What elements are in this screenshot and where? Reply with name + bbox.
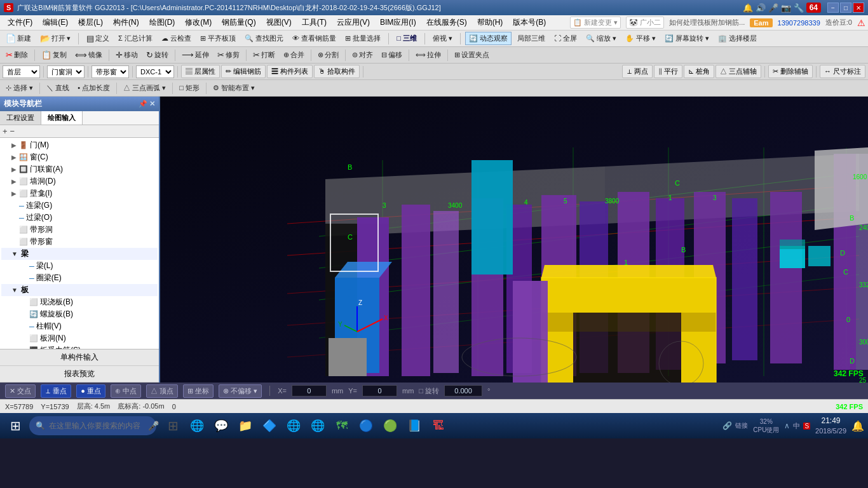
rotate-input[interactable] <box>444 385 482 396</box>
three-arc-button[interactable]: △ 三点画弧 ▾ <box>120 82 169 94</box>
snap-endpoint-button[interactable]: △ 顶点 <box>146 384 178 398</box>
minus-node-icon[interactable]: − <box>10 126 15 136</box>
menu-help[interactable]: 帮助(H) <box>472 16 508 29</box>
two-points-button[interactable]: ⊥ 两点 <box>622 65 653 78</box>
taskbar-app-7[interactable]: 📘 <box>404 416 424 436</box>
taskbar-app-file[interactable]: 📁 <box>235 416 255 436</box>
smart-place-button[interactable]: ⚙ 智能布置 ▾ <box>210 82 258 94</box>
taskbar-app-glodon[interactable]: 🏗 <box>428 416 449 436</box>
property-button[interactable]: ▤ 层属性 <box>181 65 220 78</box>
stretch-button[interactable]: ⟺ 拉伸 <box>412 49 444 61</box>
menu-modify[interactable]: 修改(M) <box>180 16 217 29</box>
snap-no-offset-button[interactable]: ⊗ 不偏移 ▾ <box>219 384 262 398</box>
taskbar-app-chat[interactable]: 💬 <box>211 416 231 436</box>
dim-button[interactable]: ↔ 尺寸标注 <box>820 65 865 78</box>
floor-select[interactable]: 首层 第二层 <box>3 65 40 78</box>
zoom-button[interactable]: 🔍 缩放 ▾ <box>583 32 620 44</box>
tree-item-spiral-slab[interactable]: 🔄螺旋板(B) <box>1 308 158 320</box>
tree-item-coupling-beam[interactable]: ─连梁(G) <box>1 200 158 212</box>
delete-button[interactable]: ✂删除 <box>3 49 31 61</box>
snap-center-button[interactable]: ● 重点 <box>76 384 105 398</box>
fullscreen-button[interactable]: ⛶ 全屏 <box>551 32 580 44</box>
window-select[interactable]: 门窗洞 <box>47 65 85 78</box>
speaker-icon[interactable]: 🔊 <box>756 3 766 13</box>
viewport[interactable]: B B B C C C 0 1 D D 3 3400 4 5 3800 1 3 … <box>160 97 868 383</box>
tab-project-settings[interactable]: 工程设置 <box>0 111 41 125</box>
break-button[interactable]: ✂打断 <box>250 49 278 61</box>
menu-view[interactable]: 视图(V) <box>261 16 297 29</box>
merge-button[interactable]: ⊕ 合并 <box>280 49 308 61</box>
split-button[interactable]: ⊗ 分割 <box>315 49 342 61</box>
tools-icon[interactable]: 🔧 <box>794 3 804 13</box>
y-coord-input[interactable] <box>362 385 397 396</box>
menu-draw[interactable]: 绘图(D) <box>144 16 180 29</box>
menu-file[interactable]: 文件(F) <box>3 16 37 29</box>
corner-button[interactable]: ⊾ 桩角 <box>684 65 714 78</box>
dxc-select[interactable]: DXC-1 DXC-2 <box>136 65 174 78</box>
tree-item-wall-hole[interactable]: ▶⬜墙洞(D) <box>1 175 158 187</box>
cn-input-icon[interactable]: 中 <box>793 421 800 431</box>
search-input[interactable] <box>49 421 144 430</box>
tree-item-slab-rebar[interactable]: ⬛板受力筋(S) <box>1 344 158 349</box>
single-member-input-button[interactable]: 单构件输入 <box>0 349 159 366</box>
tree-item-beam-l[interactable]: ─梁(L) <box>1 260 158 272</box>
taskbar-app-edge[interactable]: 🔷 <box>259 416 280 436</box>
tree-item-cast-slab[interactable]: ⬜现浇板(B) <box>1 296 158 308</box>
sogou-icon[interactable]: S <box>803 423 810 430</box>
snap-coord-button[interactable]: ⊞ 坐标 <box>183 384 214 398</box>
arrow-up-icon[interactable]: ∧ <box>784 421 790 430</box>
tree-item-window[interactable]: ▶🪟窗(C) <box>1 151 158 163</box>
shape-select[interactable]: 带形窗 <box>92 65 129 78</box>
trim-button[interactable]: ✂修剪 <box>214 49 243 61</box>
add-node-icon[interactable]: + <box>3 126 8 136</box>
tree-item-ring-beam[interactable]: ─圈梁(E) <box>1 272 158 284</box>
local-3d-button[interactable]: 局部三维 <box>514 32 548 44</box>
search-box[interactable]: 🔍 🎤 <box>29 416 156 435</box>
flat-board-button[interactable]: ⊞ 平齐板顶 <box>197 32 239 44</box>
mirror-button[interactable]: ⟺镜像 <box>72 49 105 61</box>
copy-button[interactable]: 📋复制 <box>38 49 70 61</box>
offset-button[interactable]: ⊟ 偏移 <box>378 49 405 61</box>
camera-icon[interactable]: 📷 <box>781 3 791 13</box>
plan-view-button[interactable]: 俯视 ▾ <box>430 32 456 44</box>
tree-item-strip-hole[interactable]: ⬜带形洞 <box>1 224 158 236</box>
sum-button[interactable]: Σ 汇总计算 <box>115 32 156 44</box>
new-change-btn[interactable]: 📋 新建变更 ▾ <box>570 17 621 29</box>
tree-item-strip-window[interactable]: ⬜带形窗 <box>1 236 158 248</box>
tab-draw-input[interactable]: 绘图输入 <box>41 111 83 125</box>
mic-icon[interactable]: 🎤 <box>768 3 778 13</box>
taskbar-app-ie[interactable]: 🌐 <box>187 416 207 436</box>
panel-close-icon[interactable]: ✕ <box>149 100 155 108</box>
menu-edit[interactable]: 编辑(E) <box>37 16 73 29</box>
pin-icon[interactable]: 📌 <box>139 100 147 108</box>
batch-select-button[interactable]: ⊞ 批量选择 <box>342 32 384 44</box>
taskbar-app-ie3[interactable]: 🌐 <box>308 416 328 436</box>
new-button[interactable]: 📄新建 <box>3 32 34 44</box>
menu-member[interactable]: 构件(N) <box>108 16 144 29</box>
taskbar-app-1[interactable]: ⊞ <box>163 416 183 436</box>
member-list-button[interactable]: ☰ 构件列表 <box>267 65 313 78</box>
network-icon[interactable]: 🔗 <box>722 421 732 430</box>
parallel-button[interactable]: ∥ 平行 <box>654 65 682 78</box>
three-points-aux-button[interactable]: △ 三点辅轴 <box>715 65 761 78</box>
dynamic-view-button[interactable]: 🔄 动态观察 <box>465 32 512 45</box>
eam-banner[interactable]: Eam <box>750 18 772 27</box>
find-element-button[interactable]: 🔍 查找图元 <box>241 32 287 44</box>
menu-tools[interactable]: 工具(T) <box>297 16 332 29</box>
define-button[interactable]: ▤定义 <box>83 32 112 44</box>
set-vertex-button[interactable]: ⊞ 设置夹点 <box>451 49 492 61</box>
move-button[interactable]: ✛移动 <box>112 49 141 61</box>
notification-area[interactable]: 🔔 <box>851 420 864 432</box>
menu-rebar-qty[interactable]: 钢筋量(Q) <box>217 16 261 29</box>
taskbar-app-ie2[interactable]: 🌐 <box>283 416 304 436</box>
notification-icon[interactable]: 🔔 <box>743 3 753 13</box>
snap-vertical-button[interactable]: ⊥ 垂点 <box>41 384 71 398</box>
edit-rebar-button[interactable]: ✏ 编辑钢筋 <box>221 65 266 78</box>
menu-floor[interactable]: 楼层(L) <box>73 16 108 29</box>
guangxiao-btn[interactable]: 🐼 广小二 <box>626 17 664 29</box>
extend-button[interactable]: ⟶延伸 <box>179 49 212 61</box>
tree-item-door[interactable]: ▶🚪门(M) <box>1 139 158 151</box>
screen-rotate-button[interactable]: 🔄 屏幕旋转 ▾ <box>661 32 712 44</box>
close-button[interactable]: ✕ <box>853 3 864 13</box>
pan-button[interactable]: ✋ 平移 ▾ <box>622 32 659 44</box>
